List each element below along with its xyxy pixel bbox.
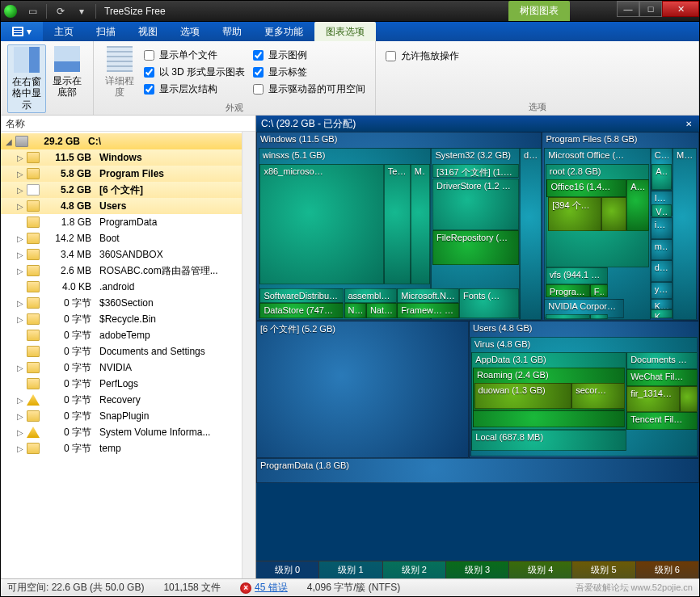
check-3d-chart[interactable]: 以 3D 形式显示图表 [144,65,245,79]
treemap-block[interactable]: VST… [652,204,672,217]
treemap-block[interactable]: Documents … [626,352,698,369]
treemap-block[interactable]: WeChat Fil… [626,369,698,386]
expand-icon[interactable]: ▷ [15,250,25,259]
treemap-block[interactable]: [3167 个文件] (1.8… [432,164,519,178]
file-tab[interactable]: ▾ [1,22,43,41]
treemap-block[interactable]: mic… [651,239,673,261]
expand-icon[interactable]: ▷ [15,364,25,372]
tree-row[interactable]: 0 字节Documents and Settings [1,343,242,359]
tab-scan[interactable]: 扫描 [85,22,127,41]
expand-icon[interactable]: ▷ [15,412,25,421]
status-errors-link[interactable]: 45 错误 [240,581,288,595]
tree-row[interactable]: ▷0 字节NVIDIA [1,359,242,376]
legend-item[interactable]: 级别 4 [509,561,572,578]
tree-row[interactable]: ▷4.8 GBUsers [1,198,242,214]
check-allow-drag[interactable]: 允许拖放操作 [386,49,459,63]
qat-open-icon[interactable]: ▭ [23,4,41,19]
tab-view[interactable]: 视图 [127,22,169,41]
legend-item[interactable]: 级别 0 [256,561,319,578]
treemap-block[interactable]: yy (3… [651,282,673,299]
treemap-block[interactable]: assembly (747.7… [344,288,398,304]
treemap-block[interactable]: duow… [651,260,673,282]
expand-icon[interactable]: ▷ [15,444,25,453]
treemap-block[interactable]: Kas… [651,309,673,318]
treemap-block[interactable]: Local (687.8 MB) [471,430,626,452]
treemap-block[interactable]: SoftwareDistribu… [259,288,344,304]
treemap-block[interactable]: Fonts (… [459,288,519,318]
detail-level-button[interactable]: 详细程度 [100,44,139,100]
treemap-block[interactable]: Nativ… [344,303,366,318]
minimize-button[interactable]: — [617,1,639,17]
tree-row[interactable]: ▷0 字节temp [1,440,242,456]
tree-row[interactable]: 0 字节PerfLogs [1,376,242,392]
folder-tree[interactable]: ◢29.2 GBC:\▷11.5 GBWindows▷5.8 GBProgram… [1,132,242,578]
treemap-block[interactable]: Tencent Fil… [626,412,698,429]
expand-icon[interactable]: ▷ [15,315,25,324]
qat-dropdown-icon[interactable]: ▾ [73,4,91,19]
tab-options[interactable]: 选项 [169,22,211,41]
treemap-block[interactable]: Office16 (1.4… [546,179,626,196]
treemap-block[interactable] [601,197,626,231]
treemap-close-button[interactable]: ✕ [683,118,694,129]
treemap-block[interactable]: ProgramData (1.8 GB) [256,458,699,484]
close-button[interactable]: ✕ [662,1,699,17]
tree-column-header[interactable]: 名称 [1,116,255,132]
treemap-block[interactable]: Framew… a… [397,303,459,318]
tab-chart-options[interactable]: 图表选项 [314,22,376,41]
treemap-block[interactable] [473,410,626,427]
check-show-hierarchy[interactable]: 显示层次结构 [144,82,245,96]
treemap-block[interactable]: Installer2 (6… [546,314,590,319]
tree-row[interactable]: ▷5.2 GB[6 个文件] [1,182,242,198]
expand-icon[interactable]: ▷ [15,186,25,195]
treemap-block[interactable]: MI… [673,148,697,319]
treemap-block[interactable]: secor… [571,383,625,409]
treemap-block[interactable]: FileRepository (… [432,230,519,264]
check-show-free-space[interactable]: 显示驱动器的可用空间 [253,82,365,96]
treemap-block[interactable]: vfs (944.1 MB) [546,267,608,284]
treemap-block[interactable]: Temp (2… [384,164,411,284]
tree-row[interactable]: ▷0 字节$360Section [1,295,242,311]
treemap-block[interactable]: Progra… [546,284,590,297]
tree-row[interactable]: ▷0 字节$Recycle.Bin [1,311,242,327]
check-show-labels[interactable]: 显示标签 [253,65,365,79]
treemap-block[interactable]: Kasp… [651,299,673,309]
tree-root[interactable]: ◢29.2 GBC:\ [1,133,242,149]
treemap-block[interactable] [680,386,698,412]
treemap-block[interactable]: duowan (1.3 GB) [474,383,572,409]
tree-row[interactable]: ▷0 字节SnapPlugin [1,408,242,424]
show-in-right-pane-button[interactable]: 在右窗格中显示 [7,44,46,113]
legend-item[interactable]: 级别 6 [636,561,699,578]
tree-row[interactable]: ▷2.6 MBROSABC.com路由器管理... [1,263,242,279]
treemap-block[interactable]: [6 个文件] (5.2 GB) [256,321,469,458]
tab-home[interactable]: 主页 [43,22,85,41]
tab-help[interactable]: 帮助 [211,22,253,41]
qat-refresh-icon[interactable]: ⟳ [52,4,70,19]
check-show-single-files[interactable]: 显示单个文件 [144,48,245,62]
treemap-block[interactable]: x86_microso… [259,164,383,284]
legend-item[interactable]: 级别 2 [383,561,446,578]
tree-row[interactable]: ▷5.8 GBProgram Files [1,166,242,182]
tree-row[interactable]: ▷0 字节Recovery [1,392,242,408]
expand-icon[interactable]: ▷ [15,202,25,211]
expand-icon[interactable]: ▷ [15,170,25,179]
treemap-block[interactable]: [394 个… [548,197,601,231]
treemap-block[interactable]: A… [626,179,648,231]
legend-item[interactable]: 级别 1 [319,561,382,578]
tree-row[interactable]: ▷14.2 MBBoot [1,230,242,246]
expand-icon[interactable]: ▷ [15,396,25,405]
treemap-block[interactable]: Microsoft.N… [397,288,459,304]
legend-item[interactable]: 级别 5 [572,561,635,578]
treemap-block[interactable]: Nativ… G… [366,303,397,318]
treemap-chart[interactable]: Windows (11.5 GB)winsxs (5.1 GB)x86_micr… [256,132,699,561]
tree-row[interactable]: 0 字节adobeTemp [1,327,242,343]
tree-row[interactable]: ▷11.5 GBWindows [1,149,242,166]
tree-row[interactable]: 4.0 KB.android [1,279,242,295]
tab-more[interactable]: 更多功能 [253,22,314,41]
treemap-block[interactable]: DataStore (747… [259,303,344,318]
treemap-block[interactable]: Ad… [652,164,672,190]
treemap-block[interactable]: d… [520,148,542,319]
maximize-button[interactable]: □ [639,1,662,17]
treemap-block[interactable]: iZ… [651,217,673,239]
treemap-block[interactable]: Ph… [590,314,608,319]
treemap-block[interactable]: fir_1314… [626,386,680,412]
